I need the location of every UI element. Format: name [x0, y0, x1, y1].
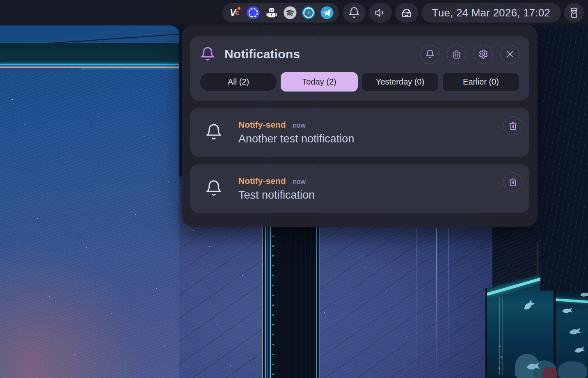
- system-tray: Vc: [222, 3, 339, 23]
- wallpaper-light-streak: [448, 228, 449, 378]
- coral: [542, 367, 557, 378]
- keyboard-button[interactable]: [395, 3, 418, 23]
- notification-time: now: [293, 178, 306, 186]
- notification-center-header: Notifications All (2: [190, 36, 529, 101]
- spotify-tray-icon[interactable]: [283, 6, 297, 20]
- fish-icon: [579, 292, 588, 298]
- aquarium-dot: [499, 346, 501, 347]
- top-bar: Vc: [0, 0, 588, 25]
- notification-time: now: [293, 121, 306, 130]
- delete-notification-button[interactable]: [503, 116, 522, 135]
- left-window-teal-band: [0, 43, 179, 64]
- vesktop-tray-icon[interactable]: Vc: [228, 6, 242, 20]
- clock[interactable]: Tue, 24 Mar 2026, 17:02: [421, 3, 561, 23]
- notification-card[interactable]: Notify-send now Another test notificatio…: [190, 108, 529, 157]
- telegram-tray-icon[interactable]: [320, 6, 334, 20]
- notification-app-name: Notify-send: [238, 176, 286, 186]
- bell-button[interactable]: [343, 3, 366, 23]
- wallpaper-light-streak: [436, 228, 437, 378]
- left-window[interactable]: [0, 25, 179, 378]
- header-actions: [420, 45, 519, 64]
- clear-all-button[interactable]: [447, 45, 466, 64]
- delete-notification-button[interactable]: [503, 172, 522, 192]
- notification-body: Another test notification: [238, 133, 520, 145]
- desktop: Vc: [0, 0, 588, 378]
- tab-all[interactable]: All (2): [200, 72, 277, 92]
- aquarium-dot: [499, 367, 500, 369]
- bar-modules: Vc: [222, 3, 584, 23]
- signal-tray-icon[interactable]: [246, 6, 260, 20]
- filter-tabs: All (2) Today (2) Yesterday (0) Earlier …: [200, 72, 519, 92]
- dnd-bell-button[interactable]: [420, 45, 439, 64]
- tab-earlier[interactable]: Earlier (0): [442, 72, 519, 92]
- notification-bell-icon: [205, 179, 223, 197]
- coral: [558, 361, 587, 378]
- compass-tray-icon[interactable]: [302, 6, 316, 20]
- wallpaper-light-streak: [416, 228, 417, 378]
- volume-button[interactable]: [369, 3, 392, 23]
- settings-button[interactable]: [474, 45, 493, 64]
- notification-card[interactable]: Notify-send now Test notification: [190, 164, 529, 213]
- tab-today[interactable]: Today (2): [281, 72, 358, 92]
- notification-center: Notifications All (2: [182, 25, 538, 227]
- wallpaper-stars: [193, 230, 194, 231]
- notification-bell-icon: [205, 123, 223, 141]
- aquarium-dot: [501, 356, 502, 358]
- panel-title: Notifications: [224, 47, 420, 61]
- notification-body: Test notification: [238, 189, 520, 202]
- tab-yesterday[interactable]: Yesterday (0): [361, 72, 439, 92]
- close-button[interactable]: [500, 45, 519, 64]
- left-window-stars: [12, 99, 13, 100]
- notification-app-name: Notify-send: [238, 120, 286, 130]
- notifications-bell-icon: [200, 46, 215, 62]
- right-window[interactable]: [540, 25, 588, 291]
- aquarium-bubbles: [499, 297, 505, 375]
- robot-tray-icon[interactable]: [265, 6, 279, 20]
- owl-button[interactable]: [564, 3, 584, 23]
- aquarium-frame: [485, 288, 487, 378]
